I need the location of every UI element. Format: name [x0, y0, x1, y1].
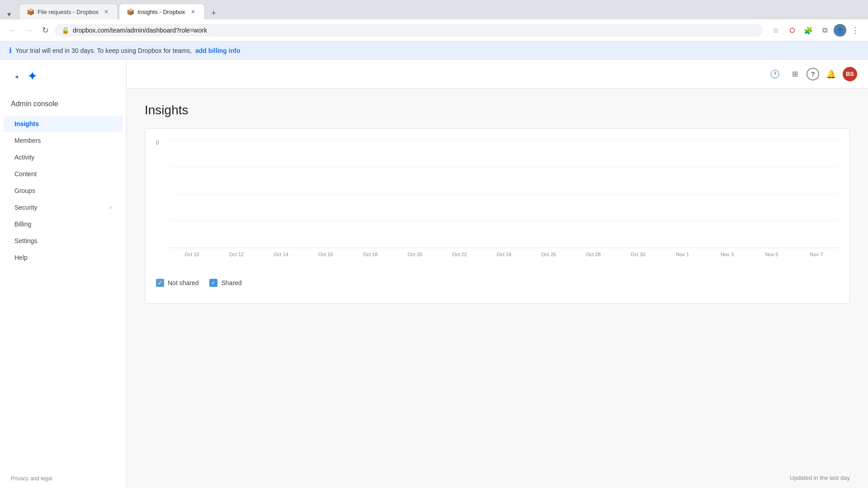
sidebar-item-label-content: Content: [14, 170, 37, 178]
url-text: dropbox.com/team/admin/dashboard?role=wo…: [73, 27, 756, 34]
tab-list-button[interactable]: ▾: [4, 9, 14, 19]
chart-x-label-9: Oct 28: [571, 252, 616, 257]
main-content: 🕐 ⊞ ? 🔔 BS Insights 0: [127, 60, 868, 488]
chart-x-label-13: Nov 5: [750, 252, 794, 257]
lock-icon: 🔒: [61, 27, 69, 34]
split-screen-button[interactable]: ⧉: [817, 23, 832, 38]
sidebar-item-label-insights: Insights: [14, 120, 39, 127]
tab-close-insights[interactable]: ✕: [189, 8, 197, 16]
page-content: Insights 0: [127, 89, 868, 466]
time-icon[interactable]: 🕐: [767, 66, 783, 82]
chevron-right-icon: ›: [110, 204, 112, 211]
toolbar-icons: ☆ ⬡ 🧩 ⧉ 👤 ⋮: [769, 23, 863, 38]
bookmark-button[interactable]: ☆: [769, 23, 783, 38]
page-title: Insights: [145, 103, 850, 117]
sidebar-item-label-activity: Activity: [14, 154, 34, 161]
chart-x-label-5: Oct 20: [392, 252, 437, 257]
add-billing-link[interactable]: add billing info: [195, 47, 241, 54]
chart-y-axis: 0: [156, 140, 163, 266]
new-tab-button[interactable]: +: [208, 7, 220, 19]
legend-not-shared[interactable]: ✓ Not shared: [156, 279, 198, 287]
profile-button[interactable]: 👤: [834, 24, 846, 37]
sidebar-item-label-groups: Groups: [14, 187, 35, 194]
chart-x-label-0: Oct 10: [170, 252, 214, 257]
info-bar: ℹ Your trial will end in 30 days. To kee…: [0, 42, 868, 60]
app-header: 🕐 ⊞ ? 🔔 BS: [127, 60, 868, 89]
chart-gridline-50: [170, 194, 839, 194]
user-avatar[interactable]: BS: [843, 67, 857, 81]
back-button[interactable]: ←: [5, 23, 20, 38]
sidebar-item-label-members: Members: [14, 137, 41, 144]
sidebar-toggle[interactable]: ◂: [11, 71, 22, 82]
page-footer: Updated in the last day: [127, 466, 868, 488]
chart-x-label-4: Oct 18: [348, 252, 393, 257]
sidebar-item-label-billing: Billing: [14, 221, 31, 228]
chart-area: 0 Oct 10 Oct 12 Oct 14 Oct 16: [156, 140, 839, 266]
sidebar-item-label-security: Security: [14, 204, 38, 211]
legend-label-not-shared: Not shared: [168, 279, 198, 286]
app-layout: ◂ ✦ Admin console Insights Members Activ…: [0, 60, 868, 488]
chart-x-label-2: Oct 14: [259, 252, 303, 257]
tab-favicon-insights: 📦: [127, 8, 134, 15]
tab-title-insights: Insights - Dropbox: [137, 9, 185, 15]
chart-container: 0 Oct 10 Oct 12 Oct 14 Oct 16: [145, 128, 850, 304]
sidebar-footer-link[interactable]: Privacy and legal: [0, 468, 126, 488]
browser-chrome: ▾ 📦 File requests - Dropbox ✕ 📦 Insights…: [0, 0, 868, 42]
bell-icon[interactable]: 🔔: [823, 66, 839, 82]
sidebar: ◂ ✦ Admin console Insights Members Activ…: [0, 60, 127, 488]
forward-button[interactable]: →: [22, 23, 36, 38]
dropbox-logo: ✦: [27, 69, 38, 84]
sidebar-item-activity[interactable]: Activity: [4, 149, 123, 165]
tab-insights[interactable]: 📦 Insights - Dropbox ✕: [119, 4, 205, 19]
chart-x-label-3: Oct 16: [303, 252, 348, 257]
sidebar-item-groups[interactable]: Groups: [4, 183, 123, 199]
tab-title-file-requests: File requests - Dropbox: [38, 9, 99, 15]
chart-x-label-1: Oct 12: [214, 252, 259, 257]
chart-x-axis: Oct 10 Oct 12 Oct 14 Oct 16 Oct 18 Oct 2…: [170, 248, 839, 266]
extension-button-2[interactable]: 🧩: [801, 23, 816, 38]
sidebar-item-label-settings: Settings: [14, 237, 38, 244]
chart-x-label-10: Oct 30: [616, 252, 660, 257]
reload-button[interactable]: ↻: [38, 23, 52, 38]
update-text: Updated in the last day: [790, 474, 850, 481]
tab-favicon-file-requests: 📦: [27, 8, 34, 15]
chart-legend: ✓ Not shared ✓ Shared: [156, 273, 839, 292]
tab-bar: ▾ 📦 File requests - Dropbox ✕ 📦 Insights…: [0, 0, 868, 19]
chart-x-label-11: Nov 1: [660, 252, 705, 257]
chart-x-label-14: Nov 7: [794, 252, 839, 257]
admin-console-label: Admin console: [0, 93, 126, 112]
chart-x-label-6: Oct 22: [437, 252, 482, 257]
menu-button[interactable]: ⋮: [848, 23, 863, 38]
legend-label-shared: Shared: [221, 279, 241, 286]
sidebar-item-content[interactable]: Content: [4, 166, 123, 182]
sidebar-item-help[interactable]: Help: [4, 249, 123, 266]
chart-gridline-top: [170, 140, 839, 140]
address-bar[interactable]: 🔒 dropbox.com/team/admin/dashboard?role=…: [54, 24, 763, 37]
legend-shared[interactable]: ✓ Shared: [209, 279, 241, 287]
chart-x-label-8: Oct 26: [526, 252, 571, 257]
grid-icon[interactable]: ⊞: [787, 66, 803, 82]
legend-checkbox-shared[interactable]: ✓: [209, 279, 217, 287]
info-bar-message: Your trial will end in 30 days. To keep …: [15, 47, 192, 54]
legend-checkbox-not-shared[interactable]: ✓: [156, 279, 164, 287]
chart-x-label-12: Nov 3: [705, 252, 750, 257]
sidebar-item-label-help: Help: [14, 254, 28, 261]
address-bar-row: ← → ↻ 🔒 dropbox.com/team/admin/dashboard…: [0, 19, 868, 42]
tab-file-requests[interactable]: 📦 File requests - Dropbox ✕: [19, 4, 118, 19]
chart-gridline-25: [170, 167, 839, 167]
sidebar-item-insights[interactable]: Insights: [4, 116, 123, 132]
chart-plot: [170, 140, 839, 248]
chart-gridline-75: [170, 221, 839, 221]
info-icon: ℹ: [9, 46, 12, 55]
sidebar-item-security[interactable]: Security ›: [4, 199, 123, 216]
tab-close-file-requests[interactable]: ✕: [102, 8, 110, 16]
chart-y-label-0: 0: [156, 140, 163, 146]
extensions-button[interactable]: ⬡: [785, 23, 799, 38]
sidebar-header: ◂ ✦: [0, 60, 126, 93]
chart-x-label-7: Oct 24: [482, 252, 527, 257]
sidebar-item-members[interactable]: Members: [4, 132, 123, 149]
sidebar-item-billing[interactable]: Billing: [4, 216, 123, 232]
help-icon[interactable]: ?: [807, 68, 819, 80]
sidebar-item-settings[interactable]: Settings: [4, 233, 123, 249]
sidebar-nav: Insights Members Activity Content Groups…: [0, 112, 126, 468]
